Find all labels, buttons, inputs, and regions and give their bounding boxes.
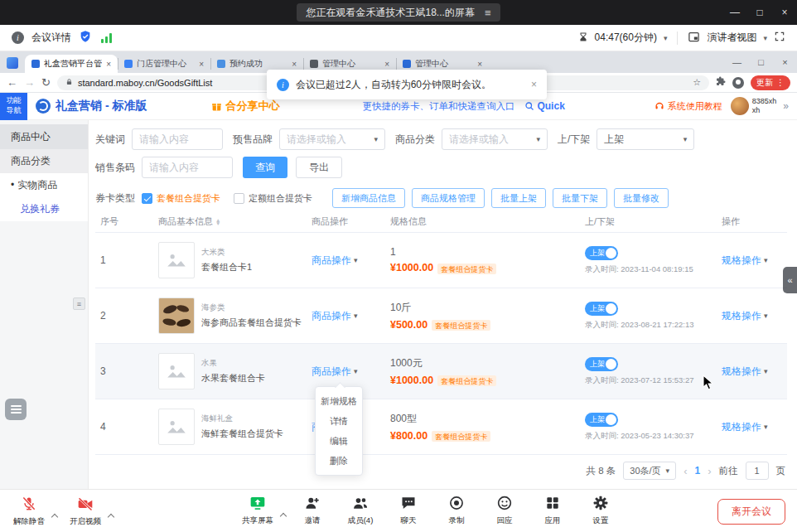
batch-off-shelf-button[interactable]: 批量下架 <box>553 188 607 208</box>
sort-icons[interactable]: ▲▼ <box>215 219 220 225</box>
browser-update-button[interactable]: 更新⋮ <box>751 75 790 90</box>
members-button[interactable]: 成员(4) <box>341 495 379 526</box>
timer-dropdown-icon[interactable]: ▾ <box>664 34 668 42</box>
goto-page-input[interactable] <box>746 462 769 480</box>
product-action-dropdown[interactable]: 商品操作▾ <box>312 254 358 268</box>
menu-item-delete[interactable]: 删除 <box>316 451 362 471</box>
tutorial-link[interactable]: 系统使用教程 <box>655 100 722 113</box>
fixed-card-checkbox-label[interactable]: 定额组合提货卡 <box>249 192 312 205</box>
combo-card-checkbox[interactable] <box>142 193 152 204</box>
keyword-input[interactable] <box>132 128 223 150</box>
meeting-float-widget[interactable] <box>5 399 27 420</box>
tab-close-icon[interactable]: × <box>199 60 204 69</box>
category-select[interactable]: 请选择或输入▾ <box>442 128 548 150</box>
spec-manage-button[interactable]: 商品规格管理 <box>412 188 485 208</box>
record-button[interactable]: 录制 <box>437 495 476 526</box>
export-button[interactable]: 导出 <box>296 157 342 178</box>
browser-close-button[interactable]: × <box>773 57 797 67</box>
view-dropdown-icon[interactable]: ▾ <box>763 34 767 42</box>
toast-close-icon[interactable]: × <box>531 79 537 90</box>
tab-close-icon[interactable]: × <box>292 60 297 69</box>
product-action-dropdown-open[interactable]: 商品操作▾ <box>312 365 358 379</box>
security-shield-icon[interactable] <box>79 30 92 46</box>
product-action-dropdown[interactable]: 商品操作▾ <box>312 309 358 323</box>
batch-on-shelf-button[interactable]: 批量上架 <box>491 188 546 208</box>
brand-select[interactable]: 请选择或输入▾ <box>279 128 385 150</box>
shelf-toggle[interactable]: 上架 <box>585 302 618 316</box>
add-product-button[interactable]: 新增商品信息 <box>332 188 405 208</box>
share-screen-button[interactable]: 共享屏幕 <box>239 495 277 526</box>
fixed-card-checkbox[interactable] <box>234 193 244 204</box>
sidebar-section-product-center[interactable]: 商品中心 <box>0 124 88 149</box>
barcode-input[interactable] <box>142 157 233 178</box>
window-maximize-button[interactable]: □ <box>747 0 772 25</box>
browser-logo-icon[interactable] <box>7 57 18 69</box>
spec-action-dropdown[interactable]: 规格操作▾ <box>722 254 768 268</box>
chat-button[interactable]: 聊天 <box>389 495 427 526</box>
browser-tab-active[interactable]: 礼盒营销平台管理中心 × <box>25 55 118 73</box>
forward-icon[interactable]: → <box>24 77 35 88</box>
banner-menu-icon[interactable]: ≡ <box>485 7 491 19</box>
sidebar-handle-icon[interactable]: ≡ <box>73 297 85 310</box>
leave-meeting-button[interactable]: 离开会议 <box>717 499 785 525</box>
browser-maximize-button[interactable]: □ <box>749 57 773 67</box>
current-page[interactable]: 1 <box>694 465 700 476</box>
invite-button[interactable]: 邀请 <box>293 495 331 526</box>
window-close-button[interactable]: × <box>772 0 797 25</box>
price: ¥1000.00 <box>390 375 433 386</box>
mic-options-chevron[interactable] <box>51 513 58 520</box>
tab-close-icon[interactable]: × <box>384 60 389 69</box>
network-signal-icon[interactable] <box>101 33 112 43</box>
shelf-toggle[interactable]: 上架 <box>585 413 618 427</box>
menu-item-edit[interactable]: 编辑 <box>316 431 362 451</box>
meeting-detail-link[interactable]: 会议详情 <box>31 31 71 45</box>
fullscreen-icon[interactable] <box>774 31 785 45</box>
spec-action-dropdown[interactable]: 规格操作▾ <box>722 309 768 323</box>
spec-action-dropdown[interactable]: 规格操作▾ <box>722 365 768 379</box>
back-icon[interactable]: ← <box>7 77 17 88</box>
header-expand-icon[interactable]: » <box>783 100 789 112</box>
combo-card-checkbox-label[interactable]: 套餐组合提货卡 <box>157 192 220 205</box>
menu-item-add-spec[interactable]: 新增规格 <box>316 391 362 411</box>
video-options-chevron[interactable] <box>108 513 114 520</box>
bookmark-star-icon[interactable]: ☆ <box>693 77 701 88</box>
view-mode-selector[interactable]: 演讲者视图 <box>707 31 756 45</box>
col-product[interactable]: 商品基本信息▲▼ <box>153 215 307 228</box>
refresh-icon[interactable]: ↻ <box>41 77 51 88</box>
shelf-select[interactable]: 上架▾ <box>597 128 694 150</box>
function-nav-button[interactable]: 功能 导航 <box>0 93 27 120</box>
next-page-icon[interactable]: › <box>708 465 711 477</box>
browser-profile-icon[interactable] <box>732 77 744 89</box>
sidebar-item-physical-goods[interactable]: •实物商品 <box>0 173 88 197</box>
right-collapse-tab[interactable]: « <box>783 267 797 293</box>
sidebar-item-gift-voucher[interactable]: 兑换礼券 <box>0 197 88 221</box>
shelf-toggle[interactable]: 上架 <box>585 357 618 371</box>
quick-search-link[interactable]: Quick <box>524 100 564 112</box>
page-size-select[interactable]: 30条/页▾ <box>623 462 676 480</box>
search-button[interactable]: 查询 <box>243 157 287 178</box>
unmute-button[interactable]: 解除静音 <box>10 496 48 527</box>
share-options-chevron[interactable] <box>280 513 287 520</box>
spec-name: 10斤 <box>390 301 580 315</box>
prev-page-icon[interactable]: ‹ <box>683 465 687 477</box>
user-avatar[interactable] <box>731 97 749 115</box>
sidebar-item-product-category[interactable]: 商品分类 <box>0 149 88 173</box>
browser-window-controls: — □ × <box>725 51 797 72</box>
extensions-puzzle-icon[interactable] <box>716 76 726 89</box>
chevron-down-icon: ▾ <box>764 312 768 320</box>
browser-tab[interactable]: 门店管理中心 × <box>118 55 210 73</box>
shelf-toggle[interactable]: 上架 <box>585 246 618 260</box>
share-center-link[interactable]: 合分享中心 <box>211 99 279 114</box>
window-minimize-button[interactable]: — <box>722 0 747 25</box>
start-video-button[interactable]: 开启视频 <box>66 496 104 527</box>
spec-action-dropdown[interactable]: 规格操作▾ <box>722 420 768 434</box>
menu-item-detail[interactable]: 详情 <box>316 411 362 431</box>
react-button[interactable]: 回应 <box>485 495 524 526</box>
tab-close-icon[interactable]: × <box>477 60 482 69</box>
settings-button[interactable]: 设置 <box>582 495 620 526</box>
spec-name: 1000元 <box>390 356 580 370</box>
browser-minimize-button[interactable]: — <box>725 57 749 67</box>
apps-button[interactable]: 应用 <box>534 495 572 526</box>
batch-edit-button[interactable]: 批量修改 <box>614 188 669 208</box>
tab-close-icon[interactable]: × <box>106 60 111 69</box>
